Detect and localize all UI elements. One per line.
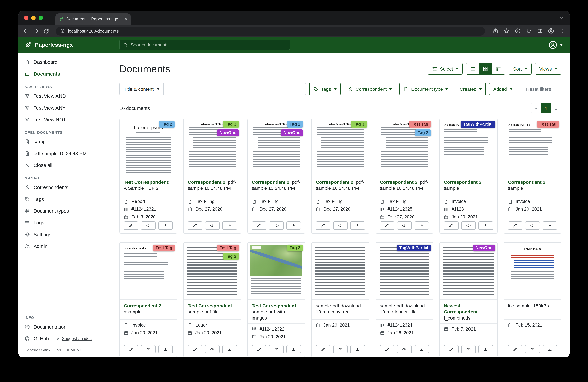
- sidebar-item-test-view-not[interactable]: Test View NOT: [19, 114, 111, 125]
- sidebar-item-open-doc-pdf-sample[interactable]: pdf-sample 10.24.48 PM: [19, 147, 111, 159]
- edit-button[interactable]: [124, 221, 138, 230]
- view-button[interactable]: [141, 221, 156, 230]
- download-button[interactable]: [414, 345, 429, 353]
- tag-badge[interactable]: TagWithPartial: [461, 121, 495, 128]
- tag-badge[interactable]: Test Tag: [409, 121, 431, 128]
- address-bar[interactable]: localhost:4200/documents: [56, 26, 485, 36]
- correspondent-link[interactable]: Test Correspondent: [252, 303, 296, 308]
- bookmark-star-icon[interactable]: [504, 28, 510, 34]
- edit-button[interactable]: [252, 221, 266, 230]
- download-button[interactable]: [222, 221, 237, 230]
- download-button[interactable]: [286, 221, 301, 230]
- sidebar-item-dashboard[interactable]: Dashboard: [19, 56, 111, 68]
- global-search-input[interactable]: [131, 42, 286, 47]
- correspondent-filter-button[interactable]: Correspondent: [344, 83, 396, 95]
- download-button[interactable]: [478, 221, 493, 230]
- detail-view-button[interactable]: [492, 63, 505, 75]
- info-icon[interactable]: [515, 28, 521, 34]
- download-button[interactable]: [158, 345, 173, 353]
- tag-badge[interactable]: Tag 3: [223, 121, 239, 128]
- document-thumbnail[interactable]: A Simple PDF File Test Tag: [504, 119, 561, 176]
- edit-button[interactable]: [188, 221, 202, 230]
- edit-button[interactable]: [380, 221, 394, 230]
- correspondent-link[interactable]: Correspondent 2: [316, 180, 354, 185]
- new-tab-button[interactable]: [133, 15, 142, 23]
- sidebar-item-admin[interactable]: Admin: [19, 240, 111, 252]
- correspondent-link[interactable]: Correspondent 2: [508, 180, 546, 185]
- view-button[interactable]: [461, 221, 476, 230]
- document-thumbnail[interactable]: NewOne: [440, 242, 497, 300]
- correspondent-link[interactable]: Correspondent 2: [188, 180, 225, 185]
- view-button[interactable]: [205, 345, 220, 353]
- correspondent-link[interactable]: Correspondent 2: [380, 180, 417, 185]
- download-button[interactable]: [543, 221, 557, 230]
- view-button[interactable]: [333, 221, 348, 230]
- sidebar-item-logs[interactable]: Logs: [19, 217, 111, 228]
- sidebar-item-close-all[interactable]: Close all: [19, 159, 111, 171]
- user-menu[interactable]: [548, 40, 569, 49]
- app-brand[interactable]: Paperless-ngx: [19, 41, 73, 48]
- document-thumbnail[interactable]: A Simple PDF File Test Tag: [120, 242, 177, 300]
- reset-filters-button[interactable]: × Reset filters: [521, 86, 551, 92]
- tag-badge[interactable]: Tag 2: [415, 129, 431, 136]
- forward-icon[interactable]: [33, 28, 39, 34]
- correspondent-link[interactable]: Correspondent 2: [252, 180, 290, 185]
- browser-profile-avatar[interactable]: [548, 28, 554, 34]
- document-thumbnail[interactable]: TagWithPartial: [376, 242, 433, 300]
- tag-badge[interactable]: Test Tag: [217, 245, 239, 251]
- browser-tab[interactable]: Documents - Paperless-ngx ×: [56, 13, 131, 25]
- edit-button[interactable]: [316, 221, 331, 230]
- edit-button[interactable]: [380, 345, 394, 353]
- download-button[interactable]: [414, 221, 429, 230]
- sidebar-item-document-types[interactable]: Document types: [19, 205, 111, 217]
- download-button[interactable]: [158, 221, 173, 230]
- view-button[interactable]: [205, 221, 220, 230]
- minimize-window-button[interactable]: [31, 16, 36, 20]
- document-thumbnail[interactable]: Lorem Ipsum Tag 2: [120, 119, 177, 176]
- edit-button[interactable]: [316, 345, 331, 353]
- next-page-button[interactable]: »: [551, 103, 561, 113]
- site-info-icon[interactable]: [60, 29, 65, 33]
- edit-button[interactable]: [444, 345, 458, 353]
- added-filter-button[interactable]: Added: [489, 83, 516, 95]
- view-button[interactable]: [525, 221, 540, 230]
- document-thumbnail[interactable]: Adobe Acrobat PDF Files Tag 2NewOne: [248, 119, 305, 176]
- tag-badge[interactable]: TagWithPartial: [397, 245, 431, 251]
- sidebar-item-documents[interactable]: Documents: [19, 68, 111, 80]
- edit-button[interactable]: [508, 345, 523, 353]
- tag-badge[interactable]: Tag 3: [287, 245, 303, 251]
- correspondent-link[interactable]: Test Correspondent: [188, 303, 232, 308]
- tab-search-button[interactable]: [558, 15, 564, 22]
- document-thumbnail[interactable]: Lorem ipsum: [504, 242, 561, 300]
- download-button[interactable]: [222, 345, 237, 353]
- document-thumbnail[interactable]: [312, 242, 369, 300]
- edit-button[interactable]: [124, 345, 138, 353]
- tag-badge[interactable]: Tag 2: [287, 121, 303, 128]
- view-button[interactable]: [461, 345, 476, 353]
- share-icon[interactable]: [493, 28, 499, 34]
- tag-badge[interactable]: Tag 3: [223, 253, 239, 260]
- views-button[interactable]: Views: [535, 63, 561, 75]
- sidebar-item-settings[interactable]: Settings: [19, 228, 111, 240]
- edit-button[interactable]: [508, 221, 523, 230]
- tag-badge[interactable]: Tag 2: [159, 121, 175, 128]
- filter-field-dropdown[interactable]: Title & content: [119, 83, 164, 95]
- download-button[interactable]: [350, 345, 365, 353]
- maximize-window-button[interactable]: [39, 16, 43, 20]
- suggest-an-idea-link[interactable]: Suggest an idea: [56, 336, 92, 341]
- view-button[interactable]: [397, 221, 412, 230]
- document-thumbnail[interactable]: A Simple PDF File TagWithPartial: [440, 119, 497, 176]
- correspondent-link[interactable]: Correspondent 2: [444, 180, 482, 185]
- tag-badge[interactable]: Tag 3: [351, 121, 367, 128]
- close-window-button[interactable]: [24, 16, 28, 20]
- sidebar-item-tags[interactable]: Tags: [19, 193, 111, 205]
- sidebar-item-open-doc-sample[interactable]: sample: [19, 136, 111, 147]
- tag-badge[interactable]: NewOne: [217, 129, 239, 136]
- view-button[interactable]: [333, 345, 348, 353]
- tags-filter-button[interactable]: Tags: [309, 83, 340, 95]
- side-panel-icon[interactable]: [537, 28, 543, 34]
- close-tab-icon[interactable]: ×: [125, 17, 127, 21]
- tag-badge[interactable]: NewOne: [281, 129, 303, 136]
- document-type-filter-button[interactable]: Document type: [399, 83, 452, 95]
- document-thumbnail[interactable]: Test TagTag 3: [184, 242, 241, 300]
